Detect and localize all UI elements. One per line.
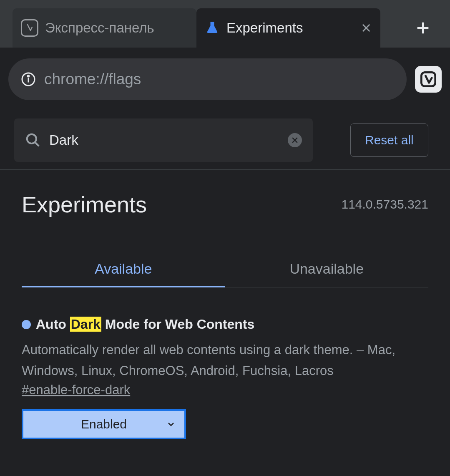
svg-point-2 [28,76,29,77]
tab-experiments[interactable]: Experiments [196,8,380,48]
tabs-nav: Available Unavailable [22,251,428,287]
search-highlight: Dark [70,317,101,332]
flask-icon [205,20,220,35]
heading-row: Experiments 114.0.5735.321 [22,191,428,217]
tab-label: Experiments [226,20,303,36]
plus-icon [415,20,431,36]
flag-title-part: Auto [36,317,70,332]
page-title: Experiments [22,191,147,217]
content-area: Experiments 114.0.5735.321 Available Una… [0,170,450,439]
vivaldi-badge[interactable] [415,66,442,93]
flag-anchor-link[interactable]: #enable-force-dark [22,383,130,398]
version-label: 114.0.5735.321 [341,197,428,212]
vivaldi-icon [420,71,437,88]
info-icon [21,72,36,87]
tab-label: Экспресс-панель [45,20,154,36]
tab-available[interactable]: Available [22,251,225,287]
tab-speed-dial[interactable]: Экспресс-панель [13,8,196,48]
tab-bar: Экспресс-панель Experiments [0,0,450,48]
address-bar[interactable]: chrome://flags [8,58,407,100]
address-bar-row: chrome://flags [0,48,450,111]
flag-title: Auto Dark Mode for Web Contents [36,317,254,332]
search-icon [25,132,41,148]
url-text: chrome://flags [44,71,141,88]
tab-unavailable[interactable]: Unavailable [225,251,429,287]
svg-point-4 [27,134,36,144]
status-dot-icon [22,320,31,329]
close-icon[interactable] [360,22,372,34]
reset-all-button[interactable]: Reset all [350,123,428,157]
svg-line-5 [35,142,39,146]
flag-title-row: Auto Dark Mode for Web Contents [22,317,428,332]
search-section: Reset all [0,111,450,170]
search-box [14,118,313,162]
flag-title-part: Mode for Web Contents [101,317,254,332]
flag-select-value: Enabled [81,417,127,431]
clear-search-button[interactable] [288,133,302,147]
flag-entry: Auto Dark Mode for Web Contents Automati… [22,317,428,439]
close-icon [291,136,299,144]
flag-select-dropdown[interactable]: Enabled [22,409,186,439]
new-tab-button[interactable] [408,8,437,48]
flag-description: Automatically render all web contents us… [22,340,428,381]
vivaldi-icon [21,19,38,37]
search-input[interactable] [49,132,279,148]
chevron-down-icon [166,419,176,429]
